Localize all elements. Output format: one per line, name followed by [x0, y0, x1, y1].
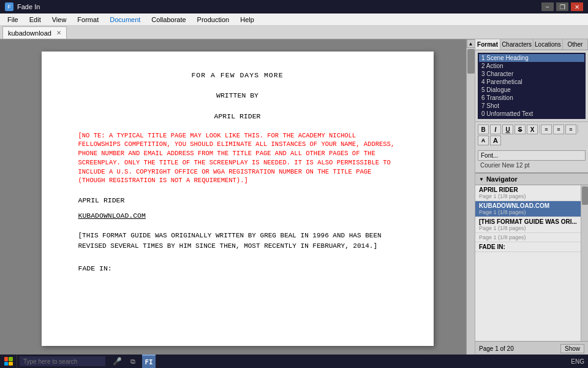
tab-bar: kubadownload ✕	[0, 26, 588, 39]
format-action[interactable]: 2 Action	[479, 62, 584, 70]
format-parenthetical[interactable]: 4 Parenthetical	[479, 78, 584, 86]
bold-button[interactable]: B	[478, 125, 489, 134]
note-text: [NO TE: A TYPICAL TITLE PAGE MAY LOOK LI…	[78, 131, 397, 185]
website: KUBADOWNLOAD.COM	[78, 210, 397, 221]
menu-document[interactable]: Document	[105, 15, 145, 25]
font-selector: Font... Courier New 12 pt	[475, 148, 588, 172]
other-format-button[interactable]: X	[527, 125, 538, 134]
nav-item-fade-in[interactable]: FADE IN:	[475, 242, 581, 252]
nav-item-sub: Page 1 (1/8 pages)	[479, 209, 577, 215]
tab-other[interactable]: Other	[563, 39, 588, 50]
font-size-up-button[interactable]: A	[490, 136, 501, 145]
title-bar: F Fade In − ❐ ✕	[0, 0, 588, 13]
font-current: Courier New 12 pt	[478, 161, 586, 170]
search-input[interactable]	[20, 356, 105, 366]
nav-item-format-guide[interactable]: [THIS FORMAT GUIDE WAS ORI... Page 1 (1/…	[475, 217, 581, 233]
taskbar-task-view-icon[interactable]: ⧉	[126, 355, 140, 368]
screenplay-page[interactable]: FOR A FEW DAYS MORE WRITTEN BY APRIL RID…	[42, 52, 434, 346]
nav-item-title: FADE IN:	[479, 243, 577, 250]
tab-label: kubadownload	[8, 29, 51, 37]
taskbar-icons: 🎤 ⧉ FI	[110, 355, 156, 368]
right-panel-tabs: Format Characters Locations Other	[475, 39, 588, 50]
taskbar: 🎤 ⧉ FI ENG	[0, 355, 588, 368]
format-unformatted[interactable]: 0 Unformatted Text	[479, 110, 584, 118]
format-scene-heading[interactable]: 1 Scene Heading	[479, 54, 584, 62]
navigator: ▼ Navigator APRIL RIDER Page 1 (1/8 page…	[475, 172, 588, 356]
menu-view[interactable]: View	[47, 15, 72, 25]
menu-edit[interactable]: Edit	[24, 15, 46, 25]
scroll-thumb[interactable]	[467, 49, 475, 74]
align-center-button[interactable]: ≡	[553, 125, 564, 134]
navigator-footer: Page 1 of 20 Show	[475, 341, 588, 356]
nav-item-sub: Page 1 (1/8 pages)	[479, 193, 577, 199]
menu-production[interactable]: Production	[192, 15, 235, 25]
navigator-header: ▼ Navigator	[475, 174, 588, 185]
navigator-title: Navigator	[486, 175, 518, 183]
taskbar-fadein-icon[interactable]: FI	[142, 355, 156, 368]
nav-item-title: [THIS FORMAT GUIDE WAS ORI...	[479, 218, 577, 225]
page-count: Page 1 of 20	[479, 345, 514, 352]
menu-collaborate[interactable]: Collaborate	[146, 15, 190, 25]
show-button[interactable]: Show	[560, 344, 584, 353]
tab-format[interactable]: Format	[475, 39, 500, 50]
nav-item-sub: Page 1 (1/8 pages)	[479, 225, 577, 231]
taskbar-right: ENG	[571, 358, 588, 365]
navigator-scrollbar[interactable]	[581, 185, 588, 341]
font-button[interactable]: Font...	[478, 150, 586, 161]
toolbar-separator	[539, 125, 540, 133]
right-panel: Format Characters Locations Other 1 Scen…	[475, 39, 588, 356]
tab-characters[interactable]: Characters	[500, 39, 533, 50]
navigator-list: APRIL RIDER Page 1 (1/8 pages) KUBADOWNL…	[475, 185, 581, 341]
page-title: FOR A FEW DAYS MORE	[78, 70, 397, 80]
format-dialogue[interactable]: 5 Dialogue	[479, 86, 584, 94]
menu-bar: File Edit View Format Document Collabora…	[0, 13, 588, 26]
footer-note: [THIS FORMAT GUIDE WAS ORIGINALLY WRITTE…	[78, 231, 397, 251]
nav-item-title: KUBADOWNLOAD.COM	[479, 202, 577, 209]
format-toolbar: B I U S X ≡ ≡ ≡ A A	[475, 121, 588, 148]
windows-logo	[4, 357, 13, 366]
nav-item-title: APRIL RIDER	[479, 186, 577, 193]
app-icon: F	[5, 2, 13, 11]
language-indicator: ENG	[571, 358, 584, 365]
strikethrough-button[interactable]: S	[514, 125, 526, 134]
nav-scroll-thumb[interactable]	[582, 186, 588, 205]
nav-item-april-rider[interactable]: APRIL RIDER Page 1 (1/8 pages)	[475, 185, 581, 201]
document-scrollbar[interactable]: ▲	[466, 39, 475, 356]
format-list: 1 Scene Heading 2 Action 3 Character 4 P…	[478, 53, 586, 119]
nav-item-empty[interactable]: Page 1 (1/8 pages)	[475, 233, 581, 242]
written-by: WRITTEN BY	[78, 90, 397, 101]
document-area: FOR A FEW DAYS MORE WRITTEN BY APRIL RID…	[0, 39, 475, 356]
align-right-button[interactable]: ≡	[565, 125, 576, 134]
toolbar-separator2	[578, 125, 578, 133]
maximize-button[interactable]: ❐	[556, 2, 568, 11]
format-transition[interactable]: 6 Transition	[479, 94, 584, 102]
menu-file[interactable]: File	[2, 15, 23, 25]
tab-locations[interactable]: Locations	[533, 39, 563, 50]
close-button[interactable]: ✕	[571, 2, 583, 11]
menu-help[interactable]: Help	[235, 15, 259, 25]
font-size-down-button[interactable]: A	[478, 136, 489, 145]
italic-button[interactable]: I	[490, 125, 501, 134]
minimize-button[interactable]: −	[541, 2, 554, 11]
menu-format[interactable]: Format	[72, 15, 104, 25]
format-shot[interactable]: 7 Shot	[479, 102, 584, 110]
author-name: APRIL RIDER	[78, 111, 397, 121]
align-left-button[interactable]: ≡	[541, 125, 552, 134]
nav-collapse-icon[interactable]: ▼	[479, 177, 484, 182]
underline-button[interactable]: U	[502, 125, 513, 134]
scroll-up-arrow[interactable]: ▲	[467, 39, 475, 48]
scene-heading: FADE IN:	[78, 263, 397, 274]
start-button[interactable]	[0, 355, 17, 368]
author2: APRIL RIDER	[78, 195, 397, 205]
tab-kubadownload[interactable]: kubadownload ✕	[2, 26, 67, 39]
nav-item-sub: Page 1 (1/8 pages)	[479, 234, 577, 240]
nav-item-kubadownload[interactable]: KUBADOWNLOAD.COM Page 1 (1/8 pages)	[475, 201, 581, 217]
app-title: Fade In	[17, 3, 40, 10]
format-character[interactable]: 3 Character	[479, 70, 584, 78]
taskbar-mic-icon[interactable]: 🎤	[110, 355, 124, 368]
tab-close-button[interactable]: ✕	[56, 29, 61, 36]
